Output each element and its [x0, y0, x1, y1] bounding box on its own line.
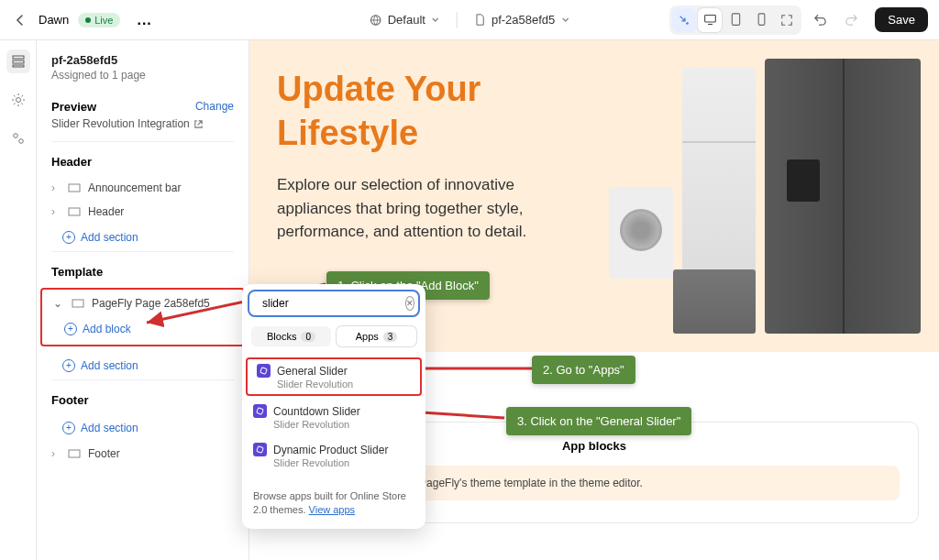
back-icon[interactable]	[11, 11, 29, 29]
svg-point-8	[16, 98, 20, 103]
header-section-label: Header	[37, 142, 249, 176]
svg-point-9	[13, 134, 17, 138]
svg-point-10	[18, 139, 23, 144]
page-assigned: Assigned to 1 page	[51, 69, 234, 82]
tree-footer[interactable]: › Footer	[37, 442, 249, 466]
svg-rect-2	[705, 16, 716, 23]
page-title: pf-2a58efd5	[51, 53, 234, 67]
redo-button[interactable]	[838, 7, 864, 33]
highlight-add-block: ⌄ PageFly Page 2a58efd5 +Add block	[40, 288, 245, 346]
svg-rect-4	[758, 14, 765, 25]
fullscreen-view[interactable]	[775, 8, 799, 32]
svg-point-1	[687, 22, 690, 25]
mobile-view[interactable]	[749, 8, 773, 32]
preview-label: Preview	[51, 100, 96, 114]
desktop-view[interactable]	[698, 8, 722, 32]
topbar-left: Dawn Live ...	[11, 11, 152, 29]
callout-3: 3. Click on the "General Slider"	[506, 407, 691, 435]
inspector-toggle[interactable]	[672, 8, 696, 32]
clear-search[interactable]: ✕	[405, 296, 414, 311]
external-icon	[193, 119, 204, 129]
app-icon	[253, 443, 267, 456]
save-button[interactable]: Save	[875, 7, 928, 32]
tree-header[interactable]: › Header	[37, 200, 249, 224]
app-icon	[253, 404, 267, 418]
add-section-header[interactable]: +Add section	[37, 224, 249, 251]
popup-tabs: Blocks0 Apps3	[242, 323, 425, 354]
list-item-general-slider[interactable]: General Slider Slider Revolution	[246, 357, 422, 396]
undo-button[interactable]	[807, 7, 833, 33]
topbar: Dawn Live ... Default pf-2a58efd5 Save	[0, 0, 939, 40]
chevron-down-icon	[431, 16, 440, 25]
apps-rail[interactable]	[6, 126, 30, 150]
topbar-center: Default pf-2a58efd5	[370, 12, 570, 28]
view-apps-link[interactable]: View apps	[309, 504, 356, 515]
svg-rect-5	[13, 56, 24, 59]
change-link[interactable]: Change	[195, 100, 234, 113]
add-section-footer[interactable]: +Add section	[37, 414, 249, 442]
add-section-template[interactable]: +Add section	[37, 352, 249, 379]
add-block-link[interactable]: +Add block	[42, 315, 243, 343]
section-icon	[68, 447, 81, 460]
svg-rect-3	[732, 14, 739, 25]
app-icon	[257, 364, 271, 378]
list-item-countdown-slider[interactable]: Countdown Slider Slider Revolution	[242, 398, 425, 436]
svg-rect-14	[69, 450, 80, 457]
add-block-popup: ✕ Blocks0 Apps3 General Slider Slider Re…	[242, 284, 425, 529]
sidebar: pf-2a58efd5 Assigned to 1 page Preview C…	[37, 40, 249, 560]
live-badge: Live	[78, 13, 120, 27]
tab-blocks[interactable]: Blocks0	[251, 326, 331, 346]
section-icon	[68, 205, 81, 218]
popup-footer: Browse apps built for Online Store 2.0 t…	[242, 482, 425, 529]
preview-name[interactable]: Slider Revolution Integration	[37, 117, 249, 141]
svg-rect-13	[72, 300, 83, 307]
callout-2: 2. Go to "Apps"	[532, 356, 635, 384]
svg-rect-12	[69, 208, 80, 215]
footer-section-label: Footer	[37, 380, 249, 414]
tablet-view[interactable]	[724, 8, 747, 32]
variant-selector[interactable]: Default	[370, 13, 440, 27]
page-icon	[474, 14, 486, 26]
list-item-dynamic-slider[interactable]: Dynamic Product Slider Slider Revolution	[242, 436, 425, 475]
hero-text: Explore our selection of innovative appl…	[277, 173, 570, 244]
divider	[457, 12, 458, 28]
template-section-label: Template	[37, 252, 249, 286]
svg-rect-6	[13, 60, 24, 63]
theme-name: Dawn	[39, 13, 69, 27]
tree-pagefly[interactable]: ⌄ PageFly Page 2a58efd5	[42, 291, 243, 315]
popup-list: General Slider Slider Revolution Countdo…	[242, 354, 425, 482]
topbar-right: Save	[669, 5, 928, 35]
settings-rail[interactable]	[6, 88, 30, 112]
more-button[interactable]: ...	[137, 12, 151, 28]
search-input[interactable]	[262, 297, 400, 310]
svg-rect-7	[13, 65, 24, 67]
tab-apps[interactable]: Apps3	[337, 326, 416, 346]
section-icon	[72, 297, 84, 310]
page-selector[interactable]: pf-2a58efd5	[474, 13, 569, 27]
sections-rail[interactable]	[6, 49, 30, 73]
svg-rect-11	[69, 184, 80, 192]
globe-icon	[370, 14, 382, 27]
section-icon	[68, 181, 81, 194]
chevron-down-icon	[560, 16, 569, 25]
hero-image	[572, 59, 921, 334]
tree-announcement-bar[interactable]: › Announcement bar	[37, 176, 249, 200]
left-rail	[0, 40, 37, 560]
viewport-group	[669, 5, 801, 35]
popup-search: ✕	[248, 290, 420, 317]
